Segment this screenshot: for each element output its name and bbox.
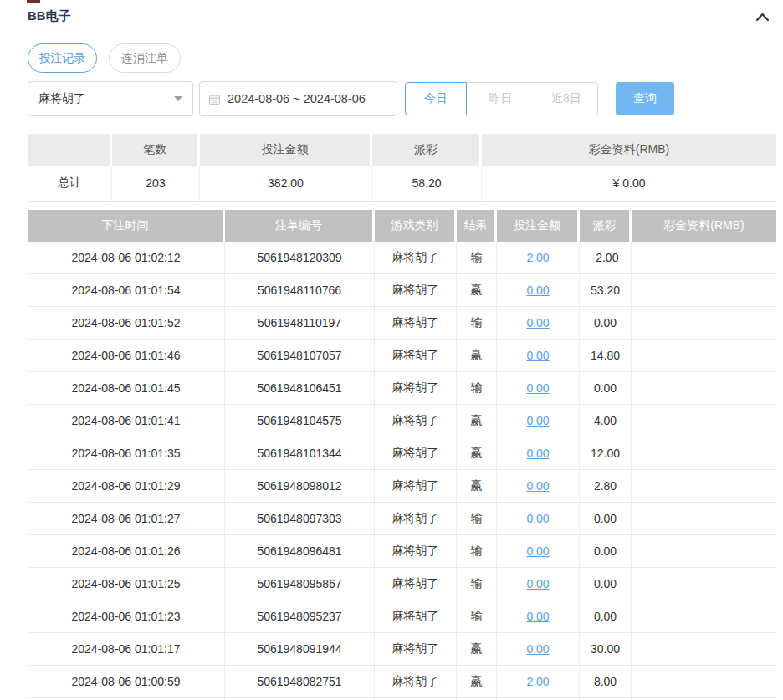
table-row: 2024-08-06 01:01:265061948096481麻将胡了输0.0… [28, 535, 776, 568]
order-number-cell: 5061948106451 [225, 372, 375, 404]
result-cell: 输 [457, 242, 497, 273]
bet-amount-link[interactable]: 0.00 [526, 316, 549, 330]
bonus-cell [632, 470, 776, 502]
game-type-cell: 麻将胡了 [375, 568, 457, 600]
game-type-cell: 麻将胡了 [375, 372, 457, 404]
result-cell: 赢 [457, 437, 497, 469]
bet-amount-link[interactable]: 0.00 [526, 642, 549, 656]
table-row: 2024-08-06 01:01:355061948101344麻将胡了赢0.0… [28, 437, 776, 470]
bet-amount-cell: 0.00 [497, 600, 580, 632]
bet-amount-cell: 0.00 [497, 307, 580, 339]
bet-amount-cell: 0.00 [497, 568, 580, 600]
bet-time-cell: 2024-08-06 01:01:35 [28, 437, 225, 469]
game-type-cell: 麻将胡了 [375, 503, 457, 534]
search-button-label: 查询 [633, 91, 657, 106]
table-row: 2024-08-06 01:02:125061948120309麻将胡了输2.0… [28, 242, 776, 274]
result-cell: 输 [457, 600, 497, 632]
bet-time-cell: 2024-08-06 01:01:41 [28, 405, 225, 437]
bet-amount-link[interactable]: 0.00 [526, 349, 549, 362]
payout-cell: 2.80 [580, 470, 632, 502]
bet-amount-link[interactable]: 0.00 [526, 577, 549, 590]
tab-cancelled-orders[interactable]: 连消注单 [109, 43, 181, 73]
order-number-cell: 5061948095237 [225, 600, 375, 632]
button-label: 昨日 [489, 91, 513, 106]
game-type-cell: 麻将胡了 [375, 666, 457, 697]
payout-cell: 0.00 [580, 372, 632, 404]
game-type-cell: 麻将胡了 [375, 437, 457, 469]
result-cell: 赢 [457, 633, 497, 665]
bonus-cell [632, 307, 776, 339]
order-number-cell: 5061948104575 [225, 405, 375, 437]
payout-cell: 4.00 [580, 405, 632, 437]
summary-value-cell: 58.20 [372, 166, 482, 201]
bet-time-cell: 2024-08-06 01:01:54 [28, 274, 225, 306]
bet-amount-cell: 0.00 [497, 274, 580, 306]
bet-amount-link[interactable]: 0.00 [526, 284, 549, 297]
bet-time-cell: 2024-08-06 01:01:45 [28, 372, 225, 404]
bet-time-cell: 2024-08-06 01:01:29 [28, 470, 225, 502]
order-number-cell: 5061948107057 [225, 340, 375, 371]
summary-header-cell: 彩金资料(RMB) [482, 134, 776, 166]
table-row: 2024-08-06 01:01:415061948104575麻将胡了赢0.0… [28, 405, 776, 437]
summary-table: 笔数投注金额派彩彩金资料(RMB) 总计203382.0058.20¥ 0.00 [28, 134, 776, 202]
date-range-value: 2024-08-06 ~ 2024-08-06 [228, 92, 366, 105]
date-range-input[interactable]: 2024-08-06 ~ 2024-08-06 [199, 81, 397, 116]
game-type-cell: 麻将胡了 [375, 340, 457, 371]
result-cell: 输 [457, 307, 497, 339]
bonus-cell [632, 372, 776, 404]
panel-title: BB电子 [28, 8, 71, 24]
bet-amount-link[interactable]: 0.00 [526, 414, 549, 427]
bet-amount-link[interactable]: 0.00 [526, 447, 549, 460]
bet-time-cell: 2024-08-06 01:01:52 [28, 307, 225, 339]
bonus-cell [632, 535, 776, 567]
tab-label: 连消注单 [121, 51, 168, 66]
tab-bet-records[interactable]: 投注记录 [28, 43, 97, 73]
bonus-cell [632, 666, 776, 697]
records-header-cell: 结果 [457, 210, 497, 242]
order-number-cell: 5061948096481 [225, 535, 375, 567]
order-number-cell: 5061948082751 [225, 666, 375, 697]
bonus-cell [632, 437, 776, 469]
bet-amount-link[interactable]: 0.00 [526, 512, 549, 525]
payout-cell: -2.00 [580, 242, 632, 273]
search-button[interactable]: 查询 [616, 82, 674, 115]
clipped-element-fragment [27, 0, 40, 3]
collapse-panel-button[interactable] [752, 8, 772, 27]
summary-header-cell: 笔数 [112, 134, 200, 166]
today-button[interactable]: 今日 [405, 82, 467, 115]
result-cell: 赢 [457, 274, 497, 306]
bet-amount-link[interactable]: 0.00 [526, 544, 549, 558]
payout-cell: 30.00 [580, 633, 632, 665]
bonus-cell [632, 503, 776, 534]
result-cell: 赢 [457, 470, 497, 502]
bet-amount-link[interactable]: 2.00 [526, 675, 549, 688]
bet-amount-link[interactable]: 2.00 [526, 251, 549, 264]
bet-amount-cell: 2.00 [497, 242, 580, 273]
table-row: 2024-08-06 01:01:525061948110197麻将胡了输0.0… [28, 307, 776, 340]
bet-time-cell: 2024-08-06 01:01:25 [28, 568, 225, 600]
bet-amount-link[interactable]: 0.00 [526, 610, 549, 623]
game-type-select[interactable]: 麻将胡了 [28, 81, 193, 116]
records-table-body: 2024-08-06 01:02:125061948120309麻将胡了输2.0… [28, 242, 776, 700]
summary-value-cell: 382.00 [200, 166, 372, 201]
bet-amount-cell: 0.00 [497, 503, 580, 534]
order-number-cell: 5061948091944 [225, 633, 375, 665]
bonus-cell [632, 600, 776, 632]
bet-amount-link[interactable]: 0.00 [526, 381, 549, 395]
bet-amount-cell: 0.00 [497, 535, 580, 567]
chevron-down-icon [174, 96, 182, 101]
button-label: 今日 [424, 91, 448, 106]
order-number-cell: 5061948098012 [225, 470, 375, 502]
bet-amount-link[interactable]: 0.00 [526, 479, 549, 493]
bet-time-cell: 2024-08-06 01:02:12 [28, 242, 225, 273]
last-8-days-button[interactable]: 近8日 [535, 82, 598, 115]
yesterday-button[interactable]: 昨日 [466, 82, 535, 115]
game-type-cell: 麻将胡了 [375, 405, 457, 437]
payout-cell: 0.00 [580, 503, 632, 534]
table-row: 2024-08-06 01:01:455061948106451麻将胡了输0.0… [28, 372, 776, 405]
payout-cell: 12.00 [580, 437, 632, 469]
payout-cell: 0.00 [580, 535, 632, 567]
bet-amount-cell: 0.00 [497, 437, 580, 469]
button-label: 近8日 [551, 91, 581, 106]
result-cell: 赢 [457, 666, 497, 697]
